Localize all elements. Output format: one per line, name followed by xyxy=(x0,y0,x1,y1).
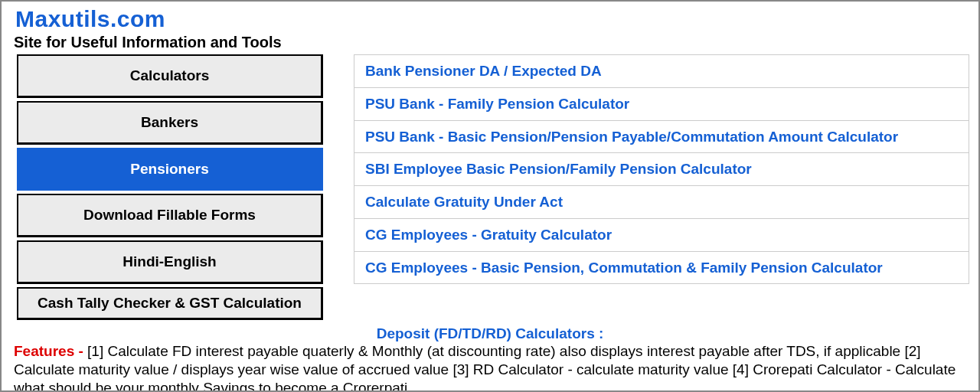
nav-item-hindi-english[interactable]: Hindi-English xyxy=(17,240,323,284)
link-item[interactable]: PSU Bank - Family Pension Calculator xyxy=(354,88,969,121)
footer-block: Deposit (FD/TD/RD) Calculators : Feature… xyxy=(11,325,969,393)
nav-label: Bankers xyxy=(141,114,198,130)
link-item[interactable]: SBI Employee Basic Pension/Family Pensio… xyxy=(354,153,969,186)
link-item[interactable]: PSU Bank - Basic Pension/Pension Payable… xyxy=(354,121,969,154)
link-item[interactable]: Calculate Gratuity Under Act xyxy=(354,186,969,219)
nav-item-download-forms[interactable]: Download Fillable Forms xyxy=(17,194,323,237)
nav-label: Cash Tally Checker & GST Calculation xyxy=(38,295,302,311)
nav-item-cash-tally[interactable]: Cash Tally Checker & GST Calculation xyxy=(17,287,323,320)
link-list: Bank Pensioner DA / Expected DA PSU Bank… xyxy=(354,54,969,284)
nav-item-calculators[interactable]: Calculators xyxy=(17,54,323,98)
link-item[interactable]: CG Employees - Basic Pension, Commutatio… xyxy=(354,252,969,284)
link-item[interactable]: CG Employees - Gratuity Calculator xyxy=(354,219,969,252)
nav-item-bankers[interactable]: Bankers xyxy=(17,101,323,145)
left-nav: Calculators Bankers Pensioners Download … xyxy=(17,54,323,323)
nav-label: Calculators xyxy=(130,67,209,83)
site-title[interactable]: Maxutils.com xyxy=(15,6,969,32)
nav-label: Download Fillable Forms xyxy=(83,207,256,223)
site-subtitle: Site for Useful Information and Tools xyxy=(14,34,969,51)
deposit-title: Deposit (FD/TD/RD) Calculators : xyxy=(14,325,966,343)
link-item[interactable]: Bank Pensioner DA / Expected DA xyxy=(354,55,969,88)
page-container: Maxutils.com Site for Useful Information… xyxy=(0,0,980,392)
features-label: Features - xyxy=(14,343,87,359)
main-columns: Calculators Bankers Pensioners Download … xyxy=(11,54,969,323)
features-line: Features - [1] Calculate FD interest pay… xyxy=(14,342,966,392)
nav-label: Pensioners xyxy=(130,161,208,177)
nav-item-pensioners[interactable]: Pensioners xyxy=(17,148,323,191)
nav-label: Hindi-English xyxy=(122,253,216,270)
features-text: [1] Calculate FD interest payable quater… xyxy=(14,343,956,392)
